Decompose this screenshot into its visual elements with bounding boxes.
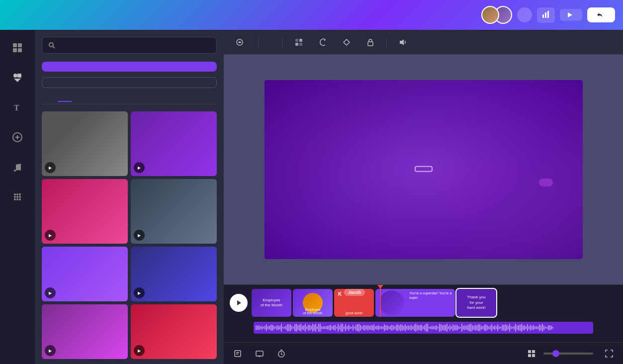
divider-1 xyxy=(258,37,259,47)
header-right xyxy=(481,6,615,24)
lock-button[interactable] xyxy=(362,36,378,48)
preview-play-button[interactable] xyxy=(560,9,582,21)
svg-line-25 xyxy=(53,46,55,48)
playhead xyxy=(380,287,381,317)
svg-point-8 xyxy=(13,74,17,78)
timer-button[interactable] xyxy=(273,348,289,360)
svg-point-23 xyxy=(19,198,21,200)
svg-point-18 xyxy=(14,196,16,198)
timeline-play-button[interactable] xyxy=(230,294,248,312)
svg-point-21 xyxy=(14,198,16,200)
notes-button[interactable] xyxy=(230,348,246,360)
bottom-tools-left xyxy=(230,348,289,360)
svg-rect-4 xyxy=(13,43,17,47)
svg-rect-30 xyxy=(299,43,302,46)
style-button[interactable] xyxy=(339,36,355,48)
svg-rect-42 xyxy=(528,350,531,353)
header xyxy=(0,0,623,30)
video-thumb-6[interactable]: ▶ xyxy=(131,247,217,301)
animate-button[interactable] xyxy=(232,36,250,48)
svg-rect-28 xyxy=(299,39,302,42)
present-button[interactable] xyxy=(252,348,267,360)
svg-rect-44 xyxy=(528,354,531,357)
svg-point-22 xyxy=(16,198,18,200)
timeline-clip-1[interactable]: Employeeof the Month xyxy=(252,289,291,317)
tab-audio[interactable] xyxy=(74,95,88,102)
slide-main-text xyxy=(415,166,433,172)
sidebar-item-layout[interactable] xyxy=(7,38,27,58)
play-icon-5: ▶ xyxy=(45,287,56,298)
video-thumb-2[interactable]: ▶ xyxy=(131,111,217,176)
zoom-slider[interactable] xyxy=(543,353,593,355)
svg-rect-0 xyxy=(542,14,544,18)
video-grid: ▶ ▶ ▶ ▶ ▶ ▶ ▶ ▶ xyxy=(42,111,217,359)
avatar-group xyxy=(481,6,512,24)
svg-marker-10 xyxy=(14,79,21,82)
svg-rect-29 xyxy=(295,43,298,46)
expand-button[interactable] xyxy=(601,348,617,360)
record-yourself-button[interactable] xyxy=(42,77,217,88)
search-box xyxy=(42,37,217,54)
divider-3 xyxy=(386,37,387,47)
sidebar-item-upload[interactable] xyxy=(7,127,27,147)
volume-button[interactable] xyxy=(395,36,411,48)
video-thumb-5[interactable]: ▶ xyxy=(42,247,128,301)
svg-rect-31 xyxy=(368,42,373,46)
grid-display-button[interactable] xyxy=(291,36,307,48)
canvas-wrapper xyxy=(224,55,623,284)
play-icon-2: ▶ xyxy=(134,162,145,173)
video-thumb-8[interactable]: ▶ xyxy=(131,304,217,359)
sidebar-item-elements[interactable] xyxy=(7,68,27,88)
svg-rect-5 xyxy=(18,43,22,47)
svg-point-16 xyxy=(16,193,18,195)
zoom-section xyxy=(524,348,617,360)
svg-rect-43 xyxy=(532,350,535,353)
svg-rect-27 xyxy=(295,39,298,42)
video-thumb-1[interactable]: ▶ xyxy=(42,111,128,176)
position-button[interactable] xyxy=(267,40,274,44)
canvas-bottom-toolbar xyxy=(224,342,623,364)
add-collaborator-button[interactable] xyxy=(517,7,532,22)
timeline-clip-2[interactable]: Employeeof the Month xyxy=(293,289,333,317)
timeline-clip-5[interactable]: Thank youfor yourhard work! xyxy=(456,289,496,317)
stats-button[interactable] xyxy=(537,7,555,23)
svg-marker-32 xyxy=(400,39,404,45)
left-sidebar: T xyxy=(0,30,35,364)
tab-videos[interactable] xyxy=(58,95,72,102)
sidebar-item-music[interactable] xyxy=(7,157,27,177)
play-icon-1: ▶ xyxy=(45,162,56,173)
svg-rect-2 xyxy=(547,11,549,18)
slide[interactable] xyxy=(265,80,583,259)
avatar-1 xyxy=(481,6,499,24)
video-thumb-7[interactable]: ▶ xyxy=(42,304,128,359)
playhead-arrow xyxy=(377,285,383,289)
divider-2 xyxy=(282,37,283,47)
svg-marker-3 xyxy=(568,12,572,17)
timeline-row: Employeeof the Month Employeeof the Mont… xyxy=(252,289,617,317)
svg-point-17 xyxy=(19,193,21,195)
svg-point-24 xyxy=(49,43,53,47)
play-icon-6: ▶ xyxy=(134,287,145,298)
upload-files-button[interactable] xyxy=(42,62,217,72)
svg-rect-34 xyxy=(235,351,241,357)
timeline-clip-4[interactable]: You're a superstar! You're a super xyxy=(375,289,455,317)
video-thumb-4[interactable]: ▶ xyxy=(131,179,217,244)
svg-marker-33 xyxy=(237,300,241,305)
media-tabs xyxy=(42,95,217,104)
secondary-toolbar xyxy=(224,30,623,55)
svg-point-15 xyxy=(14,193,16,195)
tab-images[interactable] xyxy=(42,95,56,102)
refresh-button[interactable] xyxy=(315,36,331,48)
media-panel: ▶ ▶ ▶ ▶ ▶ ▶ ▶ ▶ xyxy=(35,30,224,364)
timeline-clip-3[interactable]: K Jacob good work! xyxy=(334,289,374,317)
sidebar-item-apps[interactable] xyxy=(7,187,27,207)
share-button[interactable] xyxy=(587,7,615,22)
search-icon xyxy=(48,42,55,49)
timeline-top: Employeeof the Month Employeeof the Mont… xyxy=(224,285,623,321)
grid-view-button[interactable] xyxy=(524,348,539,360)
video-thumb-3[interactable]: ▶ xyxy=(42,179,128,244)
audio-track[interactable]: // Generate wave bars inline via JS cons… xyxy=(254,322,593,334)
search-input[interactable] xyxy=(59,41,210,49)
sidebar-item-text[interactable]: T xyxy=(7,97,27,117)
svg-rect-6 xyxy=(13,48,17,52)
